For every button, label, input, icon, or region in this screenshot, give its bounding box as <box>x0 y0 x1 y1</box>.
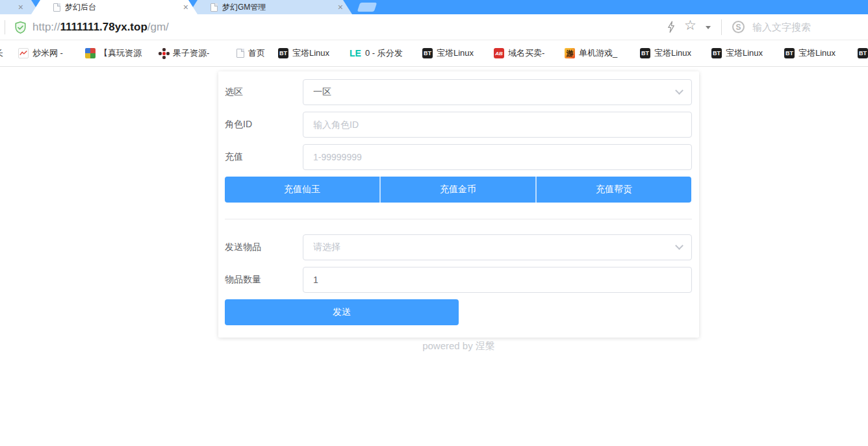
toolbar-divider <box>721 19 722 35</box>
bookmark-label: 域名买卖- <box>508 47 544 59</box>
bt-panel-icon: BT <box>858 48 868 58</box>
bookmark-item[interactable]: LE 0 - 乐分发 <box>350 40 403 66</box>
page-content: 选区 一区 角色ID 充值 充值仙玉 充值金币 充值帮贡 发送物品 请选择 <box>0 67 868 446</box>
zone-label: 选区 <box>225 86 303 98</box>
zone-select[interactable]: 一区 <box>303 79 692 105</box>
page-icon <box>236 49 244 58</box>
bookmark-item[interactable]: AB 域名买卖- <box>494 40 544 66</box>
browser-tab-bar: × 梦幻后台 × 梦幻GM管理 × <box>0 0 868 14</box>
game-icon: 游 <box>565 48 575 58</box>
send-item-select[interactable]: 请选择 <box>303 234 692 260</box>
bookmark-label: 宝塔Linux <box>726 47 763 59</box>
tab-close-icon[interactable]: × <box>338 3 343 12</box>
bookmark-label: 宝塔Linux <box>437 47 474 59</box>
recharge-gold-button[interactable]: 充值金币 <box>379 177 535 203</box>
chevron-down-icon <box>675 242 683 250</box>
toolbar-divider <box>5 20 5 34</box>
bt-panel-icon: BT <box>278 48 288 58</box>
send-item-row: 发送物品 请选择 <box>225 234 692 260</box>
tab-close-icon[interactable]: × <box>183 3 188 12</box>
url-protocol: http:// <box>32 21 60 33</box>
bookmark-label: 单机游戏_ <box>579 47 617 59</box>
page-favicon-icon <box>53 3 60 12</box>
bookmark-label: 炒米网 - <box>32 47 63 59</box>
section-divider <box>225 219 692 219</box>
site-security-shield-icon[interactable] <box>14 21 27 37</box>
bookmark-label: 宝塔Linux <box>292 47 329 59</box>
recharge-amount-input[interactable] <box>303 144 692 170</box>
item-quantity-label: 物品数量 <box>225 274 303 286</box>
le-fenfa-icon: LE <box>350 48 361 58</box>
bookmark-label: 【真玩资源 <box>99 47 142 59</box>
bookmark-label: 宝塔Linux <box>798 47 836 59</box>
item-quantity-row: 物品数量 <box>225 267 692 293</box>
tab-title: 梦幻GM管理 <box>222 2 334 13</box>
address-toolbar: http://1111111.78yx.top/gm/ ☆ S 输入文字搜索 <box>0 14 868 40</box>
url-domain: 1111111.78yx.top <box>60 21 147 33</box>
bookmark-label: 宝塔Linux <box>654 47 691 59</box>
gm-form-panel: 选区 一区 角色ID 充值 充值仙玉 充值金币 充值帮贡 发送物品 请选择 <box>218 71 699 338</box>
recharge-label: 充值 <box>225 151 303 163</box>
recharge-button-group: 充值仙玉 充值金币 充值帮贡 <box>225 177 691 203</box>
bookmark-label: 长 <box>0 47 3 59</box>
bookmark-item[interactable]: 游 单机游戏_ <box>565 40 617 66</box>
role-id-input[interactable] <box>303 112 692 138</box>
search-input[interactable]: 输入文字搜索 <box>752 14 811 40</box>
quick-action-lightning-icon[interactable] <box>667 21 676 36</box>
bookmark-item[interactable]: BT 宝塔Linux <box>784 40 836 66</box>
powered-by-text: powered by 涅槃 <box>218 340 699 353</box>
bookmark-label: 0 - 乐分发 <box>365 47 403 59</box>
bookmark-item[interactable]: 果子资源- <box>159 40 209 66</box>
domain-trade-icon: AB <box>494 48 504 58</box>
recharge-jade-button[interactable]: 充值仙玉 <box>225 177 379 203</box>
line-chart-icon <box>18 48 29 58</box>
color-grid-icon <box>85 48 96 58</box>
send-item-placeholder: 请选择 <box>313 242 340 253</box>
browser-tab-gm[interactable]: 梦幻GM管理 × <box>188 0 352 14</box>
new-tab-button[interactable] <box>357 3 377 12</box>
bookmark-item[interactable]: BT 宝塔Linux <box>640 40 691 66</box>
bookmarks-bar: 长 炒米网 - 【真玩资源 果子资源- 首页 BT 宝塔Linux LE 0 -… <box>0 40 868 67</box>
zone-select-value: 一区 <box>313 86 331 98</box>
role-id-row: 角色ID <box>225 112 692 138</box>
bookmark-item[interactable]: BT 宝塔Linux <box>278 40 329 66</box>
bookmark-item[interactable]: BT 宝塔Linux <box>711 40 763 66</box>
item-quantity-input[interactable] <box>303 267 692 293</box>
chevron-down-icon <box>675 86 683 95</box>
bt-panel-icon: BT <box>711 48 722 58</box>
role-id-label: 角色ID <box>225 119 303 130</box>
bookmark-label: 首页 <box>248 47 265 59</box>
page-favicon-icon <box>211 3 218 12</box>
bookmark-label: 果子资源- <box>173 47 209 59</box>
red-dots-icon <box>159 48 169 58</box>
recharge-row: 充值 <box>225 144 692 170</box>
recharge-guild-button[interactable]: 充值帮贡 <box>535 177 691 203</box>
send-item-label: 发送物品 <box>225 242 303 253</box>
send-button[interactable]: 发送 <box>225 299 459 325</box>
bookmark-item[interactable]: 炒米网 - <box>18 40 63 66</box>
browser-tab-houtai[interactable]: 梦幻后台 × <box>31 0 198 14</box>
url-path: /gm/ <box>147 21 169 33</box>
address-bar-url[interactable]: http://1111111.78yx.top/gm/ <box>32 14 169 40</box>
search-engine-icon[interactable]: S <box>732 21 745 33</box>
bt-panel-icon: BT <box>784 48 795 58</box>
bookmark-star-icon[interactable]: ☆ <box>684 18 696 33</box>
bookmark-item[interactable]: 【真玩资源 <box>85 40 142 66</box>
bt-panel-icon: BT <box>422 48 433 58</box>
favorites-dropdown-icon[interactable] <box>706 26 711 32</box>
bookmark-item[interactable]: 长 <box>0 40 3 66</box>
tab-close-icon[interactable]: × <box>18 3 23 12</box>
bt-panel-icon: BT <box>640 48 650 58</box>
bookmark-item[interactable]: BT <box>858 40 868 66</box>
bookmark-item[interactable]: BT 宝塔Linux <box>422 40 474 66</box>
zone-row: 选区 一区 <box>225 79 692 105</box>
tab-title: 梦幻后台 <box>65 2 179 13</box>
bookmark-item[interactable]: 首页 <box>236 40 265 66</box>
